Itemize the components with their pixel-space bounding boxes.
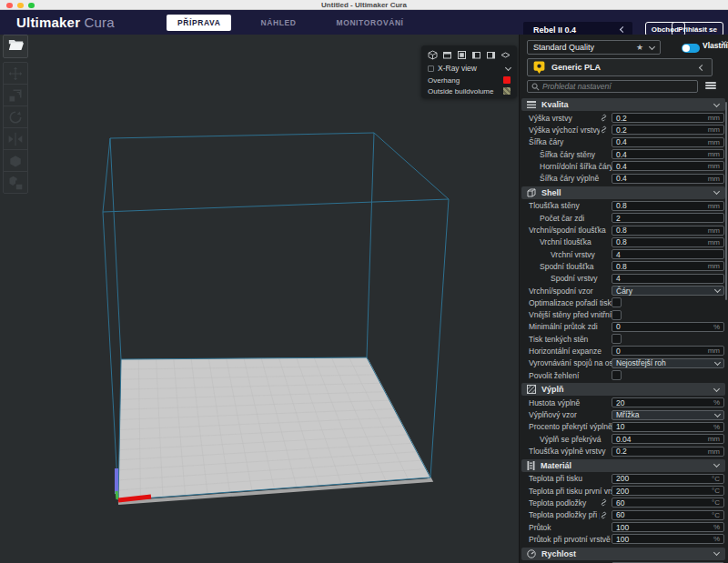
setting-input[interactable]: 100% — [612, 522, 724, 532]
view-bottom-icon[interactable] — [500, 50, 511, 60]
setting-input[interactable]: 0.8mm — [612, 226, 724, 236]
setting-label: Vrchní/spodní vzor — [521, 287, 612, 296]
setting-label: Výplňový vzor — [521, 410, 612, 419]
setting-dropdown[interactable]: Nejostřejší roh — [612, 358, 724, 368]
chevron-down-icon — [505, 64, 511, 70]
close-panel-icon[interactable]: × — [721, 38, 727, 49]
setting-input[interactable]: 0.4mm — [612, 174, 724, 184]
setting-input[interactable]: 200°C — [612, 486, 724, 496]
search-settings[interactable] — [527, 80, 698, 93]
setting-dropdown[interactable]: Čáry — [612, 286, 724, 296]
view-3d-icon[interactable] — [428, 50, 438, 60]
search-input[interactable] — [540, 82, 693, 91]
chevron-down-icon — [649, 43, 655, 49]
setting-input[interactable]: 0.4mm — [612, 149, 724, 159]
setting-checkbox[interactable] — [612, 334, 622, 344]
setting-label: Šířka čáry stěny — [521, 150, 612, 159]
scale-tool-button[interactable] — [3, 84, 28, 106]
chevron-down-icon — [713, 461, 720, 467]
setting-input[interactable]: 60°C — [612, 498, 724, 508]
setting-checkbox[interactable] — [612, 370, 622, 380]
setting-row: Výplňový vzorMřížka — [521, 409, 725, 421]
setting-checkbox[interactable] — [612, 297, 622, 307]
setting-input[interactable]: 0.4mm — [612, 161, 724, 171]
setting-input[interactable]: 200°C — [612, 474, 724, 484]
setting-label: Horní/dolní šířka čáry — [521, 162, 612, 171]
material-selector[interactable]: Generic PLA — [527, 58, 713, 76]
setting-input[interactable]: 0.8mm — [612, 201, 724, 211]
setting-label: Tisk tenkých stěn — [521, 335, 612, 344]
chevron-down-icon — [713, 386, 720, 392]
move-tool-button[interactable] — [3, 62, 28, 85]
settings-menu-icon[interactable] — [705, 82, 716, 91]
setting-checkbox[interactable] — [612, 310, 622, 320]
setting-row: Horní/dolní šířka čáry0.4mm — [521, 160, 725, 172]
setting-input[interactable]: 0.2mm — [612, 447, 724, 457]
setting-row: Vrchní tloušťka0.8mm — [521, 236, 725, 248]
view-options-panel: X-Ray view Overhang Outside buildvolume — [421, 45, 517, 98]
profile-dropdown[interactable]: Standard Quality ★ — [527, 40, 661, 55]
setting-input[interactable]: 0.04mm — [612, 434, 724, 444]
tab-preview[interactable]: NÁHLED — [249, 15, 307, 31]
chevron-down-icon — [713, 188, 720, 195]
setting-row: Šířka čáry stěny0.4mm — [521, 148, 725, 160]
printer-name: Rebel II 0.4 — [533, 25, 576, 35]
setting-input[interactable]: 0.8mm — [612, 261, 724, 271]
support-blocker-tool-button[interactable] — [3, 171, 28, 194]
per-model-settings-tool-button[interactable] — [3, 149, 28, 172]
setting-input[interactable]: 100% — [612, 534, 724, 544]
setting-label: Vrchní tloušťka — [521, 237, 612, 246]
setting-input[interactable]: 0.8mm — [612, 237, 724, 247]
setting-input[interactable]: 0.2mm — [612, 125, 724, 135]
shell-icon — [527, 188, 536, 197]
setting-label: Minimální průtok zdi — [521, 322, 612, 331]
camera-view-buttons — [428, 48, 511, 62]
section-header-shell[interactable]: Shell — [521, 186, 725, 199]
render-mode-dropdown[interactable]: X-Ray view — [428, 62, 511, 75]
setting-label: Vyrovnávání spojů na ose Z — [521, 358, 612, 367]
setting-input[interactable]: 0% — [612, 322, 724, 332]
tab-prepare[interactable]: PŘÍPRAVA — [167, 15, 231, 31]
mirror-tool-button[interactable] — [3, 127, 28, 150]
setting-input[interactable]: 0mm — [612, 346, 724, 356]
search-icon — [531, 83, 540, 91]
scrollbar-thumb[interactable] — [725, 102, 728, 300]
view-top-icon[interactable] — [457, 50, 467, 60]
setting-row: Výplň se překrývá0.04mm — [521, 433, 725, 445]
rotate-icon — [7, 109, 24, 126]
titlebar: Untitled - Ultimaker Cura — [0, 0, 728, 10]
view-left-icon[interactable] — [471, 50, 481, 60]
build-volume-scene — [0, 35, 519, 563]
section-header-kvalita[interactable]: Kvalita — [521, 98, 725, 111]
open-folder-icon — [8, 38, 24, 55]
setting-input[interactable]: 0.4mm — [612, 137, 724, 147]
setting-input[interactable]: 0.2mm — [612, 113, 724, 123]
viewport-3d[interactable]: X-Ray view Overhang Outside buildvolume — [0, 35, 519, 563]
setting-input[interactable]: 10% — [612, 422, 724, 432]
buildvolume-color-swatch — [503, 87, 511, 95]
setting-label: Spodní vrstvy — [521, 274, 612, 283]
setting-label: Procento překrytí výplně — [521, 422, 612, 431]
view-right-icon[interactable] — [486, 50, 496, 60]
setting-row: Výška výchozí vrstvy0.2mm — [521, 124, 725, 136]
setting-label: Teplota podložky — [521, 498, 600, 508]
custom-mode-toggle[interactable] — [682, 44, 700, 53]
setting-label: Spodní tloušťka — [521, 262, 612, 271]
section-header-výplň[interactable]: Výplň — [521, 383, 725, 396]
setting-input[interactable]: 60°C — [612, 510, 724, 520]
setting-row: Tloušťka výplně vrstvy0.2mm — [521, 445, 725, 457]
setting-row: Teplota při tisku200°C — [521, 473, 725, 485]
setting-input[interactable]: 2 — [612, 213, 724, 223]
setting-input[interactable]: 4 — [612, 249, 724, 259]
rotate-tool-button[interactable] — [3, 106, 28, 128]
setting-row: Minimální průtok zdi0% — [521, 321, 725, 333]
setting-input[interactable]: 20% — [612, 397, 724, 407]
setting-input[interactable]: 4 — [612, 274, 724, 284]
section-header-materiál[interactable]: Materiál — [521, 459, 725, 472]
tab-monitor[interactable]: MONITOROVÁNÍ — [325, 15, 414, 31]
view-front-icon[interactable] — [442, 50, 452, 60]
setting-row: Hustota výplně20% — [521, 397, 725, 408]
section-header-rychlost[interactable]: Rychlost — [521, 548, 725, 560]
setting-dropdown[interactable]: Mřížka — [612, 410, 724, 420]
open-file-button[interactable] — [3, 35, 28, 58]
